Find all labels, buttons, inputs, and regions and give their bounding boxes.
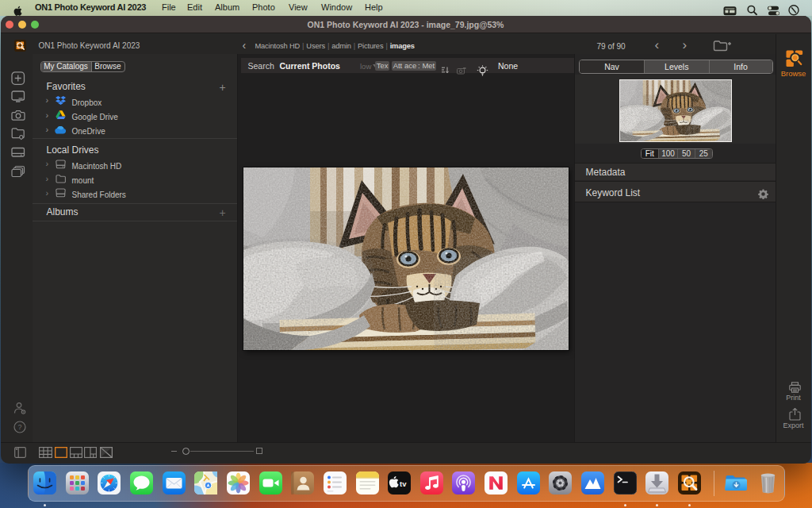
svg-text:tv: tv xyxy=(400,479,407,488)
svg-text:?: ? xyxy=(17,423,21,431)
